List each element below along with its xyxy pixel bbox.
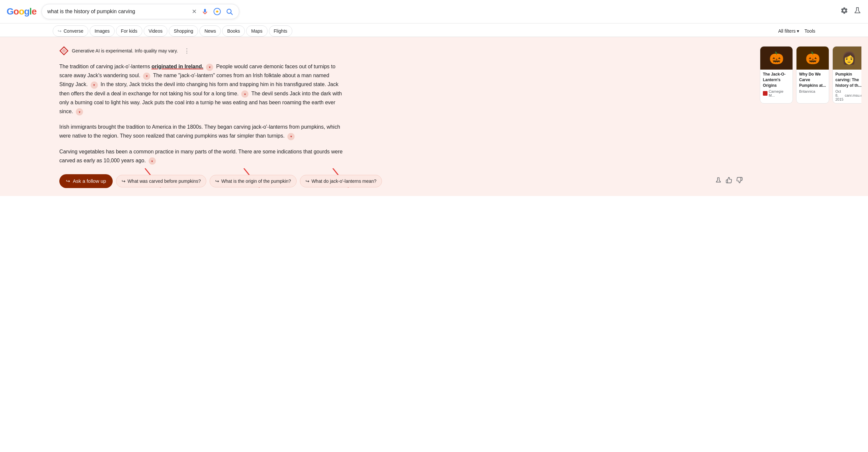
ai-more-button[interactable]: ⋮ xyxy=(184,47,190,54)
source-cards: 🎃 The Jack-O-Lantern's Origins Carnegie … xyxy=(760,46,861,104)
thumbs-down-button[interactable] xyxy=(736,177,743,185)
nav-label-maps: Maps xyxy=(251,28,262,34)
source-date-3: Oct 8, 2015 xyxy=(835,89,843,101)
ask-followup-button[interactable]: ↪ Ask a follow up xyxy=(59,174,113,188)
expand-btn-4[interactable]: ▾ xyxy=(241,90,248,98)
expand-btn-7[interactable]: ▾ xyxy=(149,158,156,165)
thumbs-up-icon xyxy=(726,177,732,183)
followup-main-label: Ask a follow up xyxy=(73,178,106,184)
ai-text-content: The tradition of carving jack-o'-lantern… xyxy=(59,62,343,165)
svg-point-1 xyxy=(216,10,218,12)
chevron-down-icon: ▾ xyxy=(797,28,799,34)
suggest-carved-label: What was carved before pumpkins? xyxy=(127,178,201,184)
source-card-3-body: Pumpkin carving: The history of th... Oc… xyxy=(833,69,861,103)
source-site-3: canr.msu.edu xyxy=(845,93,861,97)
nav-label-images: Images xyxy=(95,28,110,34)
expand-btn-1[interactable]: ▾ xyxy=(206,64,213,71)
nav-item-shopping[interactable]: Shopping xyxy=(169,25,198,37)
source-card-1[interactable]: 🎃 The Jack-O-Lantern's Origins Carnegie … xyxy=(760,46,793,104)
nav-item-converse[interactable]: ↪ Converse xyxy=(53,25,88,37)
suggest-mean-button[interactable]: ↪ What do jack-o'-lanterns mean? xyxy=(300,175,382,188)
nav-item-flights[interactable]: Flights xyxy=(269,25,292,37)
nav-label-flights: Flights xyxy=(274,28,287,34)
nav-item-maps[interactable]: Maps xyxy=(246,25,267,37)
lens-button[interactable] xyxy=(213,7,222,16)
gear-icon xyxy=(840,7,848,15)
suggest-mean-label: What do jack-o'-lanterns mean? xyxy=(311,178,376,184)
google-logo: Google xyxy=(7,6,36,17)
nav-item-news[interactable]: News xyxy=(199,25,221,37)
action-icons xyxy=(715,177,743,185)
source-card-1-meta: Carnegie M... xyxy=(763,89,790,97)
suggest-origin-label: What is the origin of the pumpkin? xyxy=(221,178,291,184)
flask-action-icon xyxy=(715,177,722,183)
source-card-1-body: The Jack-O-Lantern's Origins Carnegie M.… xyxy=(760,69,793,99)
ai-panel: Generative AI is experimental. Info qual… xyxy=(0,37,756,196)
flask-icon xyxy=(854,7,861,15)
all-filters-button[interactable]: All filters ▾ xyxy=(778,28,799,34)
svg-marker-5 xyxy=(62,49,66,53)
search-bar-icons: ✕ xyxy=(191,7,234,16)
suggest-origin-button[interactable]: ↪ What is the origin of the pumpkin? xyxy=(210,175,297,188)
mic-icon xyxy=(202,8,209,15)
nav-right: All filters ▾ Tools xyxy=(778,28,815,34)
thumbs-down-icon xyxy=(736,177,743,183)
ai-notice-text: Generative AI is experimental. Info qual… xyxy=(72,48,178,53)
lens-icon xyxy=(213,7,221,16)
source-card-3[interactable]: 👩 Pumpkin carving: The history of th... … xyxy=(832,46,861,104)
nav-bar: ↪ Converse Images For kids Videos Shoppi… xyxy=(0,23,868,37)
header-right xyxy=(840,7,861,17)
converse-arrow-icon: ↪ xyxy=(58,28,62,34)
expand-btn-6[interactable]: ▾ xyxy=(287,133,294,140)
svg-line-3 xyxy=(231,13,232,15)
suggest-arrow-icon-2: ↪ xyxy=(215,178,219,184)
source-site-1: Carnegie M... xyxy=(769,89,790,97)
nav-item-videos[interactable]: Videos xyxy=(144,25,168,37)
mic-button[interactable] xyxy=(201,7,209,16)
search-icon xyxy=(226,8,233,15)
source-card-3-meta: Oct 8, 2015 canr.msu.edu xyxy=(835,89,861,101)
ai-paragraph-3: Carving vegetables has been a common pra… xyxy=(59,147,343,165)
nav-item-forkids[interactable]: For kids xyxy=(116,25,142,37)
suggest-arrow-icon-1: ↪ xyxy=(122,178,126,184)
ai-paragraph-2: Irish immigrants brought the tradition t… xyxy=(59,122,343,140)
highlight-originated: originated in Ireland. xyxy=(152,64,203,69)
source-card-2-body: Why Do We Carve Pumpkins at... Britannic… xyxy=(797,69,829,95)
nav-label-videos: Videos xyxy=(149,28,163,34)
source-card-3-title: Pumpkin carving: The history of th... xyxy=(835,72,861,88)
all-filters-label: All filters xyxy=(778,28,796,34)
nav-item-images[interactable]: Images xyxy=(90,25,115,37)
nav-label-forkids: For kids xyxy=(121,28,137,34)
source-card-2-meta: Britannica xyxy=(799,89,826,93)
flask-action-button[interactable] xyxy=(715,177,722,185)
main-content: Generative AI is experimental. Info qual… xyxy=(0,37,868,196)
tools-label: Tools xyxy=(804,28,815,34)
labs-button[interactable] xyxy=(854,7,861,17)
nav-item-books[interactable]: Books xyxy=(222,25,245,37)
nav-label-converse: Converse xyxy=(64,28,83,34)
settings-button[interactable] xyxy=(840,7,848,17)
search-button[interactable] xyxy=(225,7,234,16)
followup-row: ↪ Ask a follow up ↪ What was carved befo… xyxy=(59,174,743,188)
expand-btn-5[interactable]: ▾ xyxy=(76,108,83,115)
suggest-arrow-icon-3: ↪ xyxy=(306,178,309,184)
source-panel: 🎃 The Jack-O-Lantern's Origins Carnegie … xyxy=(756,37,868,196)
source-favicon-1 xyxy=(763,91,768,96)
source-card-2[interactable]: 🎃 Why Do We Carve Pumpkins at... Britann… xyxy=(796,46,829,104)
ai-header: Generative AI is experimental. Info qual… xyxy=(59,46,743,55)
nav-label-books: Books xyxy=(227,28,240,34)
thumbs-up-button[interactable] xyxy=(726,177,732,185)
tools-button[interactable]: Tools xyxy=(804,28,815,34)
search-input[interactable] xyxy=(47,8,188,15)
ai-paragraph-1: The tradition of carving jack-o'-lantern… xyxy=(59,62,343,116)
suggest-carved-button[interactable]: ↪ What was carved before pumpkins? xyxy=(116,175,207,188)
expand-btn-3[interactable]: ▾ xyxy=(91,82,98,89)
clear-button[interactable]: ✕ xyxy=(191,7,197,16)
source-card-1-title: The Jack-O-Lantern's Origins xyxy=(763,72,790,88)
expand-btn-2[interactable]: ▾ xyxy=(143,73,150,80)
source-card-2-title: Why Do We Carve Pumpkins at... xyxy=(799,72,826,88)
search-bar: ✕ xyxy=(41,4,239,19)
ai-logo-icon xyxy=(59,46,68,55)
nav-label-news: News xyxy=(204,28,216,34)
nav-label-shopping: Shopping xyxy=(174,28,193,34)
